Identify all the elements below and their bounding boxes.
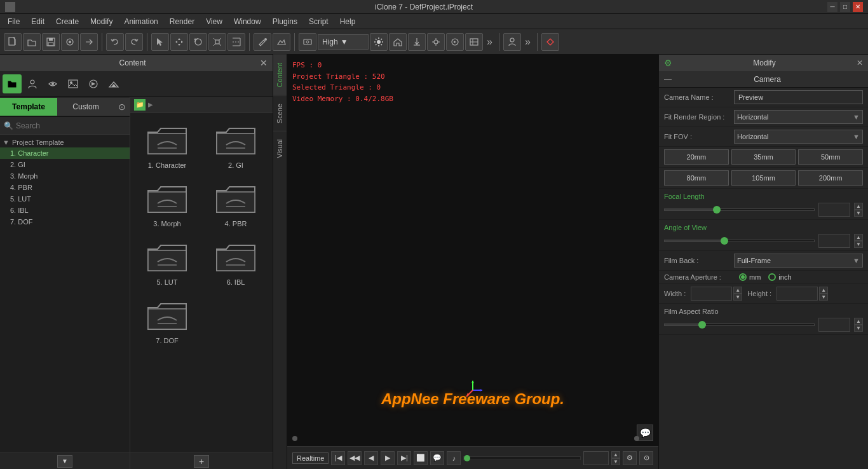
grid-item-pbr[interactable]: 4. PBR bbox=[204, 177, 268, 230]
focal-length-slider[interactable] bbox=[664, 208, 815, 211]
export-button[interactable] bbox=[80, 33, 98, 51]
side-tab-visual[interactable]: Visual bbox=[273, 131, 287, 166]
minimize-button[interactable]: ─ bbox=[827, 2, 837, 12]
paint-button[interactable] bbox=[254, 33, 271, 51]
render-settings-button[interactable] bbox=[446, 33, 464, 51]
aperture-mm-option[interactable]: mm bbox=[739, 273, 761, 281]
tree-item-6[interactable]: 6. IBL bbox=[0, 205, 130, 216]
timeline-realtime-button[interactable]: Realtime bbox=[292, 452, 329, 464]
scroll-handle-left[interactable] bbox=[292, 436, 297, 441]
film-back-dropdown[interactable]: Full-Frame ▼ bbox=[734, 254, 863, 268]
height-up[interactable]: ▲ bbox=[819, 287, 828, 294]
tree-item-5[interactable]: 5. LUT bbox=[0, 193, 130, 205]
sun-button[interactable] bbox=[370, 33, 388, 51]
tree-item-2[interactable]: 2. GI bbox=[0, 159, 130, 170]
menu-script[interactable]: Script bbox=[304, 16, 334, 27]
content-icon-character[interactable] bbox=[23, 74, 42, 93]
aperture-mm-radio[interactable] bbox=[739, 273, 747, 281]
content-icon-folder[interactable] bbox=[3, 74, 22, 93]
film-aspect-down[interactable]: ▼ bbox=[854, 325, 863, 332]
timeline-prev-button[interactable]: ◀◀ bbox=[348, 451, 362, 465]
focal-length-down[interactable]: ▼ bbox=[854, 210, 863, 217]
angle-of-view-down[interactable]: ▼ bbox=[854, 241, 863, 248]
home-button[interactable] bbox=[389, 33, 407, 51]
side-tab-scene[interactable]: Scene bbox=[273, 95, 287, 131]
menu-help[interactable]: Help bbox=[335, 16, 361, 27]
tab-settings-button[interactable]: ⊙ bbox=[114, 98, 130, 116]
timeline-settings-button[interactable]: ⚙ bbox=[623, 451, 637, 465]
character-button[interactable] bbox=[503, 33, 521, 51]
angle-of-view-up[interactable]: ▲ bbox=[854, 234, 863, 241]
undo-button[interactable] bbox=[106, 33, 124, 51]
height-input[interactable]: 24.000 bbox=[776, 287, 818, 301]
maximize-button[interactable]: □ bbox=[840, 2, 850, 12]
menu-view[interactable]: View bbox=[201, 16, 227, 27]
transform-button[interactable] bbox=[227, 33, 245, 51]
focal-length-input[interactable]: 50.00 bbox=[818, 203, 850, 217]
film-aspect-up[interactable]: ▲ bbox=[854, 318, 863, 325]
camera-collapse-button[interactable]: — bbox=[664, 75, 672, 84]
angle-of-view-input[interactable]: 39.60 bbox=[818, 234, 850, 248]
pivot-button[interactable] bbox=[427, 33, 445, 51]
fit-render-dropdown[interactable]: Horizontal ▼ bbox=[734, 110, 863, 124]
tree-item-1[interactable]: 1. Character bbox=[0, 147, 130, 159]
save-button[interactable] bbox=[42, 33, 60, 51]
timeline-frame-input[interactable]: 1 bbox=[583, 451, 609, 465]
timeline-loop-button[interactable]: ⬜ bbox=[414, 451, 428, 465]
grid-item-ibl[interactable]: 6. IBL bbox=[204, 235, 268, 289]
tree-nav-down[interactable]: ▼ bbox=[57, 455, 72, 468]
tree-group-header[interactable]: ▼ Project Template bbox=[0, 137, 130, 147]
move-button[interactable] bbox=[170, 33, 188, 51]
angle-of-view-handle[interactable] bbox=[721, 237, 728, 245]
menu-window[interactable]: Window bbox=[229, 16, 266, 27]
timeline-audio-button[interactable]: ♪ bbox=[447, 451, 461, 465]
tab-custom[interactable]: Custom bbox=[57, 98, 114, 116]
aperture-inch-option[interactable]: inch bbox=[768, 273, 791, 281]
open-button[interactable] bbox=[23, 33, 41, 51]
fit-fov-dropdown[interactable]: Horizontal ▼ bbox=[734, 130, 863, 144]
scroll-handle-right[interactable] bbox=[634, 436, 639, 441]
search-input[interactable] bbox=[16, 121, 126, 130]
film-aspect-handle[interactable] bbox=[698, 321, 706, 329]
film-aspect-input[interactable]: 1.50 bbox=[818, 318, 850, 332]
timeline-record-button[interactable]: ⊙ bbox=[639, 451, 653, 465]
camera-view-button[interactable] bbox=[299, 33, 316, 51]
timeline-end-button[interactable]: ▶| bbox=[397, 451, 411, 465]
quality-dropdown[interactable]: High ▼ bbox=[318, 34, 369, 50]
import-button[interactable] bbox=[408, 33, 426, 51]
content-icon-motion[interactable] bbox=[43, 74, 62, 93]
timeline-frame-up[interactable]: ▲ bbox=[611, 451, 620, 458]
side-tab-content[interactable]: Content bbox=[273, 55, 287, 95]
angle-of-view-slider[interactable] bbox=[664, 240, 815, 242]
focal-btn-50mm[interactable]: 50mm bbox=[798, 149, 863, 165]
width-down[interactable]: ▼ bbox=[733, 294, 742, 301]
focal-btn-35mm[interactable]: 35mm bbox=[731, 149, 796, 165]
content-panel-close[interactable]: ✕ bbox=[260, 58, 268, 68]
height-down[interactable]: ▼ bbox=[819, 294, 828, 301]
toolbar-more-2[interactable]: » bbox=[522, 36, 533, 48]
grid-item-gi[interactable]: 2. GI bbox=[204, 118, 268, 172]
focal-btn-20mm[interactable]: 20mm bbox=[664, 149, 729, 165]
add-item-button[interactable]: + bbox=[194, 455, 209, 468]
timeline-start-button[interactable]: |◀ bbox=[331, 451, 345, 465]
aperture-inch-radio[interactable] bbox=[768, 273, 776, 281]
viewport-canvas[interactable]: FPS : 0 Project Triangle : 520 Selected … bbox=[287, 55, 658, 446]
menu-plugins[interactable]: Plugins bbox=[268, 16, 302, 27]
timeline-scrubber[interactable] bbox=[463, 456, 581, 460]
menu-file[interactable]: File bbox=[3, 16, 25, 27]
tree-item-7[interactable]: 7. DOF bbox=[0, 216, 130, 228]
modify-panel-close[interactable]: ✕ bbox=[857, 58, 863, 67]
content-icon-effects[interactable] bbox=[84, 74, 103, 93]
close-button[interactable]: ✕ bbox=[853, 2, 863, 12]
focal-length-handle[interactable] bbox=[713, 206, 721, 214]
menu-modify[interactable]: Modify bbox=[85, 16, 118, 27]
grid-item-dof[interactable]: 7. DOF bbox=[135, 294, 199, 347]
view-button[interactable] bbox=[61, 33, 79, 51]
terrain-button[interactable] bbox=[273, 33, 290, 51]
modify-filter-icon[interactable]: ⚙ bbox=[664, 58, 672, 68]
focal-btn-105mm[interactable]: 105mm bbox=[731, 170, 796, 186]
menu-animation[interactable]: Animation bbox=[119, 16, 163, 27]
menu-edit[interactable]: Edit bbox=[26, 16, 50, 27]
menu-render[interactable]: Render bbox=[165, 16, 200, 27]
select-button[interactable] bbox=[151, 33, 169, 51]
